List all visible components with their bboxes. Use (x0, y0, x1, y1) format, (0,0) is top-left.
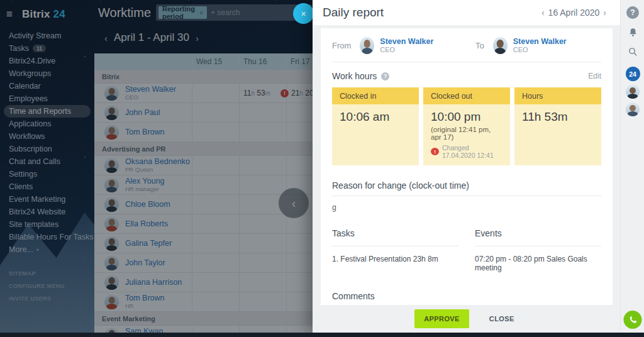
card-body: 10:06 am (332, 104, 419, 165)
right-toolbar: ? 24 (620, 0, 644, 333)
to-block: To Steven Walker CEO (475, 37, 567, 54)
profile-avatar[interactable] (626, 102, 640, 116)
close-button[interactable]: CLOSE (486, 314, 518, 323)
report-date: 16 April 2020 (548, 8, 600, 18)
daily-report-title: Daily report (323, 6, 384, 19)
search-icon (628, 47, 638, 57)
phone-icon (628, 316, 637, 324)
divider (332, 62, 601, 62)
card-time-value: 10:00 pm (431, 110, 502, 124)
tasks-list: 1. Festival Presentation 23h 8m (332, 255, 458, 263)
work-hours-card-clocked-in: Clocked in10:06 am (332, 87, 419, 165)
messenger-24-badge: 24 (629, 70, 636, 78)
events-column: Events 07:20 pm - 08:20 pm Sales Goals m… (475, 228, 601, 272)
call-button[interactable] (624, 311, 642, 329)
info-icon[interactable]: ? (381, 72, 389, 80)
comments-label: Comments (332, 291, 601, 301)
events-list: 07:20 pm - 08:20 pm Sales Goals meeting (475, 255, 601, 272)
card-body: 11h 53m (514, 104, 601, 165)
tasks-column: Tasks 1. Festival Presentation 23h 8m (332, 228, 458, 272)
messenger-button[interactable]: 24 (626, 67, 640, 81)
approve-button[interactable]: APPROVE (414, 309, 469, 328)
original-time-note: (original 12:41 pm, apr 17) (431, 126, 502, 141)
from-label: From (332, 41, 351, 50)
work-hours-card-clocked-out: Clocked out10:00 pm(original 12:41 pm, a… (423, 87, 510, 165)
daily-report-header: Daily report ‹ 16 April 2020 › (313, 0, 620, 25)
daily-report-card: From Steven Walker CEO To Steven Walker … (321, 28, 613, 305)
slider-close-button[interactable]: × (293, 3, 314, 24)
date-next-icon[interactable]: › (599, 8, 610, 18)
from-to-row: From Steven Walker CEO To Steven Walker … (332, 37, 601, 54)
reason-value: g (332, 203, 601, 212)
help-icon: ? (626, 6, 639, 19)
date-prev-icon[interactable]: ‹ (538, 8, 548, 18)
reason-section: Reason for change (clock-out time) g (332, 180, 601, 212)
close-icon: × (301, 9, 306, 19)
daily-report-panel: Daily report ‹ 16 April 2020 › From Stev… (313, 0, 620, 333)
panel-footer: APPROVE CLOSE (313, 305, 620, 333)
search-button[interactable] (626, 45, 640, 58)
from-name-link[interactable]: Steven Walker (380, 38, 433, 46)
changed-note-text: Changed 17.04.2020 12:41 (442, 144, 502, 159)
from-role: CEO (380, 46, 433, 54)
help-button[interactable]: ? (626, 6, 640, 19)
from-block: From Steven Walker CEO (332, 37, 475, 54)
card-time-value: 11h 53m (522, 110, 594, 124)
card-body: 10:00 pm(original 12:41 pm, apr 17)!Chan… (423, 104, 510, 165)
to-label: To (475, 41, 484, 50)
divider (332, 196, 601, 196)
divider (332, 246, 458, 246)
edit-link[interactable]: Edit (588, 72, 601, 80)
task-item[interactable]: 1. Festival Presentation 23h 8m (332, 255, 458, 263)
recent-contact-avatar[interactable] (626, 85, 640, 99)
reason-label: Reason for change (clock-out time) (332, 180, 601, 191)
alert-icon: ! (431, 148, 439, 155)
changed-note: !Changed 17.04.2020 12:41 (431, 144, 502, 159)
tasks-label: Tasks (332, 228, 458, 238)
work-hours-card-hours: Hours11h 53m (514, 87, 601, 165)
card-title: Clocked out (423, 87, 510, 104)
work-hours-header: Work hours ? Edit (332, 71, 601, 81)
work-hours-label: Work hours (332, 71, 377, 81)
card-title: Hours (514, 87, 601, 104)
card-title: Clocked in (332, 87, 419, 104)
event-item[interactable]: 07:20 pm - 08:20 pm Sales Goals meeting (475, 255, 601, 272)
to-avatar[interactable] (493, 37, 508, 54)
window-bottom-edge (0, 333, 644, 337)
tasks-events-row: Tasks 1. Festival Presentation 23h 8m Ev… (332, 228, 601, 272)
card-time-value: 10:06 am (340, 110, 411, 124)
divider (475, 246, 601, 246)
events-label: Events (475, 228, 601, 238)
to-role: CEO (513, 46, 567, 54)
notifications-button[interactable] (626, 25, 640, 39)
bell-icon (628, 27, 638, 38)
work-hours-cards: Clocked in10:06 amClocked out10:00 pm(or… (332, 87, 601, 165)
from-avatar[interactable] (360, 37, 374, 54)
report-date-navigation: ‹ 16 April 2020 › (538, 8, 610, 18)
to-name-link[interactable]: Steven Walker (513, 38, 567, 46)
